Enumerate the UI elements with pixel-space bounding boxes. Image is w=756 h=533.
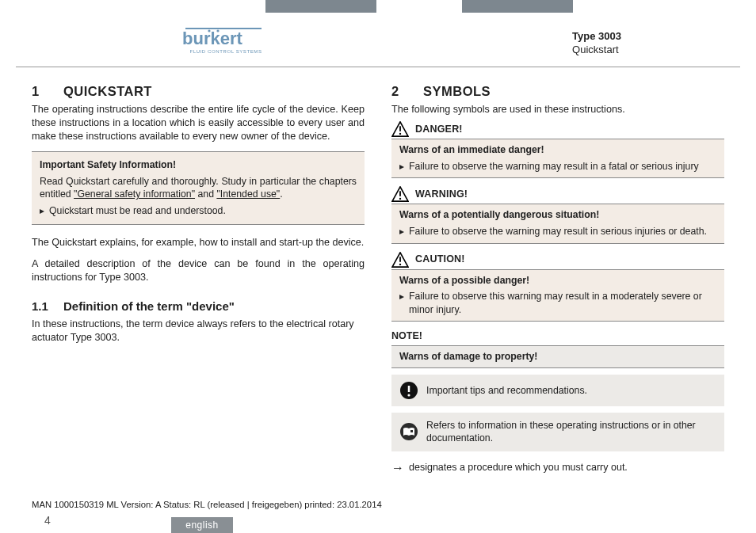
page-number: 4	[44, 514, 51, 527]
paragraph: The following symbols are used in these …	[391, 103, 724, 116]
paragraph: The operating instructions describe the …	[32, 103, 365, 143]
warning-block: WARNING! Warns of a potentially dangerou…	[391, 186, 724, 243]
warning-body: Warns of a potentially dangerous situati…	[391, 204, 724, 243]
svg-point-8	[399, 198, 401, 200]
bullet-arrow-icon: ▸	[40, 204, 44, 218]
infobox-bullet: ▸ Quickstart must be read and understood…	[40, 204, 357, 218]
paragraph: The Quickstart explains, for example, ho…	[32, 236, 365, 249]
danger-block: DANGER! Warns of an immediate danger! ▸F…	[391, 121, 724, 178]
right-column: 2SYMBOLS The following symbols are used …	[391, 82, 724, 477]
danger-head: DANGER!	[391, 121, 724, 137]
left-column: 1QUICKSTART The operating instructions d…	[32, 82, 365, 477]
caution-body: Warns of a possible danger! ▸Failure to …	[391, 269, 724, 322]
caution-label: CAUTION!	[415, 253, 465, 266]
type-label: Type 3003	[572, 30, 621, 44]
subsection-title: Definition of the term "device"	[63, 299, 235, 313]
note-body: Warns of damage to property!	[391, 345, 724, 368]
svg-point-5	[399, 133, 401, 135]
danger-body: Warns of an immediate danger! ▸Failure t…	[391, 139, 724, 178]
caution-block: CAUTION! Warns of a possible danger! ▸Fa…	[391, 252, 724, 322]
svg-point-14	[407, 394, 410, 396]
header-rule	[16, 67, 740, 67]
warning-triangle-icon	[391, 121, 409, 137]
caution-head: CAUTION!	[391, 252, 724, 268]
danger-bullet: Failure to observe the warning may resul…	[409, 160, 699, 173]
section-title: SYMBOLS	[423, 84, 491, 98]
section-1-heading: 1QUICKSTART	[32, 82, 365, 100]
warning-triangle-icon	[391, 252, 409, 268]
svg-point-1	[208, 29, 210, 32]
subsection-number: 1.1	[32, 299, 63, 314]
procedure-row: → designates a procedure which you must …	[391, 459, 724, 477]
reference-text: Refers to information in these operating…	[426, 419, 716, 445]
caution-bullet: Failure to observe this warning may resu…	[409, 290, 716, 316]
svg-point-2	[216, 29, 219, 32]
right-arrow-icon: →	[391, 459, 404, 477]
manual-book-icon	[399, 422, 418, 441]
document-page: burkert FLUID CONTROL SYSTEMS Type 3003 …	[0, 0, 756, 533]
infobox-body: Read Quickstart carefully and thoroughly…	[40, 175, 357, 201]
safety-info-box: Important Safety Information! Read Quick…	[32, 151, 365, 224]
svg-point-11	[399, 263, 401, 265]
brand-text: burkert	[182, 29, 242, 48]
header-subtitle: Quickstart	[572, 44, 621, 57]
page-header: burkert FLUID CONTROL SYSTEMS Type 3003 …	[32, 0, 724, 33]
warning-title: Warns of a potentially dangerous situati…	[399, 208, 716, 222]
warning-label: WARNING!	[415, 188, 468, 201]
subsection-1-1-heading: 1.1Definition of the term "device"	[32, 299, 365, 314]
link-general-safety[interactable]: "General safety information"	[74, 188, 195, 200]
footer-metadata: MAN 1000150319 ML Version: A Status: RL …	[32, 500, 382, 509]
reference-row: Refers to information in these operating…	[391, 413, 724, 451]
link-intended-use[interactable]: "Intended use"	[216, 188, 280, 200]
bullet-arrow-icon: ▸	[399, 160, 404, 173]
brand-subtitle: FLUID CONTROL SYSTEMS	[182, 49, 269, 54]
warning-head: WARNING!	[391, 186, 724, 202]
tip-row: Important tips and recommendations.	[391, 375, 724, 406]
tip-text: Important tips and recommendations.	[426, 384, 587, 398]
header-right: Type 3003 Quickstart	[572, 30, 621, 57]
burkert-logo-icon: burkert	[182, 27, 269, 51]
section-number: 2	[391, 82, 423, 100]
language-tab: english	[171, 517, 233, 533]
caution-title: Warns of a possible danger!	[399, 274, 716, 287]
danger-label: DANGER!	[415, 123, 463, 136]
infobox-title: Important Safety Information!	[40, 158, 357, 172]
bullet-text: Quickstart must be read and understood.	[49, 204, 226, 218]
content-columns: 1QUICKSTART The operating instructions d…	[32, 33, 724, 477]
section-title: QUICKSTART	[63, 84, 152, 98]
warning-bullet: Failure to observe the warning may resul…	[409, 225, 707, 238]
bullet-arrow-icon: ▸	[399, 225, 404, 238]
section-2-heading: 2SYMBOLS	[391, 82, 724, 100]
warning-triangle-icon	[391, 186, 409, 202]
procedure-text: designates a procedure which you must ca…	[409, 461, 628, 474]
brand-logo: burkert FLUID CONTROL SYSTEMS	[182, 27, 269, 54]
paragraph: A detailed description of the device can…	[32, 257, 365, 284]
danger-title: Warns of an immediate danger!	[399, 143, 716, 157]
bullet-arrow-icon: ▸	[399, 290, 404, 316]
section-number: 1	[32, 82, 63, 100]
info-exclamation-icon	[399, 381, 418, 400]
paragraph: In these instructions, the term device a…	[32, 318, 365, 345]
note-label: NOTE!	[391, 329, 724, 343]
svg-rect-16	[410, 430, 413, 432]
